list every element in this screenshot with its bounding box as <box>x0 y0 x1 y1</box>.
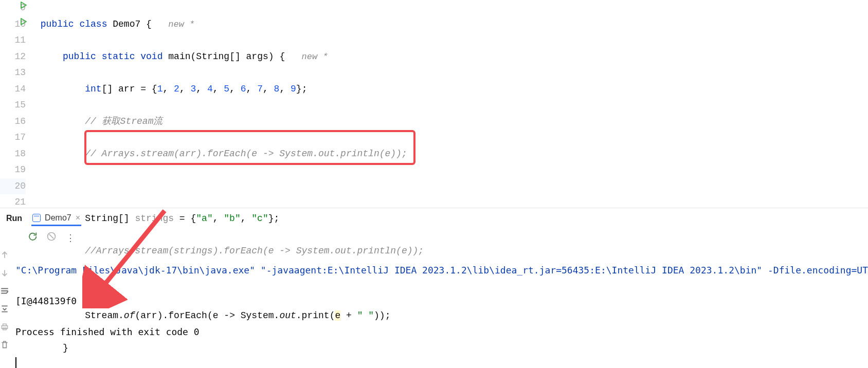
up-icon[interactable] <box>0 250 9 262</box>
line-number: 18 <box>0 146 26 162</box>
line-number: 21 <box>0 194 26 211</box>
line-number: 11 <box>0 32 26 49</box>
line-gutter: 9 10 11 12 13 14 15 16 17 18 19 20 21 <box>0 0 35 208</box>
line-number: 12 <box>0 49 26 65</box>
run-tab-label[interactable]: Run <box>6 214 22 223</box>
code-content[interactable]: public class Demo7 { new * public static… <box>35 0 424 208</box>
text-caret <box>15 357 16 368</box>
line-number: 20 <box>0 178 26 195</box>
down-icon[interactable] <box>0 268 9 280</box>
code-editor[interactable]: 9 10 11 12 13 14 15 16 17 18 19 20 21 pu… <box>0 0 868 208</box>
trash-icon[interactable] <box>0 340 9 352</box>
inlay-hint: new * <box>168 20 194 29</box>
line-number: 19 <box>0 162 26 178</box>
line-number: 13 <box>0 65 26 81</box>
print-icon[interactable] <box>0 322 9 334</box>
line-number: 17 <box>0 130 26 146</box>
inlay-hint: new * <box>302 52 328 62</box>
console-left-rail <box>0 247 9 368</box>
line-number: 16 <box>0 114 26 130</box>
run-gutter-icon[interactable] <box>20 1 28 11</box>
scroll-to-end-icon[interactable] <box>0 304 9 316</box>
svg-rect-3 <box>3 324 7 325</box>
run-gutter-icon[interactable] <box>20 17 28 28</box>
line-number: 15 <box>0 97 26 114</box>
file-icon <box>32 214 41 222</box>
line-number: 14 <box>0 81 26 98</box>
soft-wrap-icon[interactable] <box>0 286 9 298</box>
